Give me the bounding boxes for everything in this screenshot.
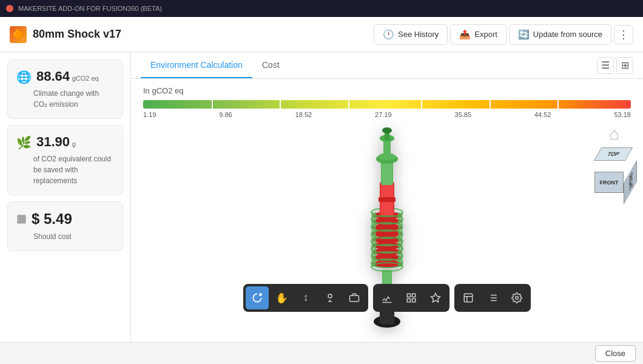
grid-view-button[interactable]: ⊞: [616, 57, 633, 74]
co2-card: 🌐 88.64 gCO2 eq Climate change with CO₂ …: [7, 59, 123, 119]
content-area: Environment Calculation Cost ☰ ⊞ In gCO2…: [131, 52, 643, 342]
co2-card-header: 🌐 88.64 gCO2 eq: [16, 69, 114, 84]
more-options-button[interactable]: ⋮: [614, 25, 633, 44]
scale-val-5: 35.85: [455, 111, 472, 118]
update-from-source-button[interactable]: 🔄 Update from source: [509, 24, 611, 45]
see-history-button[interactable]: 🕐 See History: [374, 24, 448, 45]
footer: Close: [0, 342, 643, 364]
co2-value: 88.64: [36, 69, 70, 84]
fit-tool-button[interactable]: [318, 286, 342, 309]
floating-toolbars: ✋ ↕: [243, 284, 531, 312]
home-icon[interactable]: ⌂: [591, 124, 637, 144]
navigation-toolbar: ✋ ↕: [243, 284, 368, 312]
savings-card: 🌿 31.90 g of CO2 equivalent could be sav…: [7, 125, 123, 195]
cost-description: Should cost: [33, 231, 114, 242]
scale-val-6: 44.52: [534, 111, 551, 118]
scale-val-1: 1.19: [143, 111, 156, 118]
zoom-tool-button[interactable]: ↕: [294, 286, 317, 309]
tab-cost[interactable]: Cost: [252, 53, 289, 78]
savings-description: of CO2 equivalent could be saved with re…: [33, 153, 114, 186]
layout-tool-button[interactable]: [457, 286, 480, 309]
scale-label: In gCO2 eq: [143, 86, 631, 95]
tabs: Environment Calculation Cost ☰ ⊞: [131, 52, 643, 79]
svg-rect-28: [379, 197, 396, 202]
settings-toolbar: [454, 284, 531, 312]
scale-val-7: 53.18: [614, 111, 631, 118]
globe-icon: 🌐: [16, 70, 32, 84]
gear-tool-button[interactable]: [505, 286, 528, 309]
main-content: 🌐 88.64 gCO2 eq Climate change with CO₂ …: [0, 52, 643, 342]
co2-description: Climate change with CO₂ emission: [33, 88, 114, 110]
view-cube[interactable]: ⌂ TOP FRONT RIGHT: [591, 124, 637, 193]
rotate-tool-button[interactable]: [246, 286, 269, 309]
camera-tool-button[interactable]: [343, 286, 366, 309]
svg-point-37: [328, 294, 332, 298]
savings-card-header: 🌿 31.90 g: [16, 134, 114, 150]
svg-rect-42: [407, 299, 410, 302]
logo-icon: 🔶: [10, 26, 27, 43]
update-icon: 🔄: [518, 29, 530, 40]
co2-unit: gCO2 eq: [72, 75, 99, 82]
pan-tool-button[interactable]: ✋: [270, 286, 293, 309]
svg-rect-38: [350, 295, 359, 302]
cost-icon: ▦: [16, 212, 27, 225]
close-button[interactable]: Close: [595, 345, 636, 362]
list-view-button[interactable]: ☰: [597, 57, 614, 74]
material-tool-button[interactable]: [424, 286, 447, 309]
svg-rect-45: [464, 294, 473, 302]
svg-rect-41: [412, 294, 416, 297]
measure-toolbar: [373, 284, 449, 312]
svg-rect-40: [407, 294, 410, 297]
history-icon: 🕐: [383, 29, 394, 40]
scale-val-4: 27.19: [375, 111, 392, 118]
export-icon: 📤: [459, 29, 471, 40]
sidebar: 🌐 88.64 gCO2 eq Climate change with CO₂ …: [0, 52, 131, 342]
svg-point-54: [516, 297, 519, 300]
savings-value: 31.90: [36, 134, 70, 149]
page-title: 80mm Shock v17: [33, 28, 374, 41]
color-gradient-bar: [143, 100, 631, 109]
window-close-dot[interactable]: [6, 5, 13, 12]
measure-tool-button[interactable]: [375, 286, 399, 309]
export-button[interactable]: 📤 Export: [450, 24, 507, 45]
svg-rect-30: [382, 161, 392, 185]
scale-val-3: 18.52: [295, 111, 312, 118]
bom-tool-button[interactable]: [481, 286, 504, 309]
explode-tool-button[interactable]: [400, 286, 423, 309]
cube-right-face: RIGHT: [624, 160, 637, 204]
tab-environment-calculation[interactable]: Environment Calculation: [141, 53, 252, 78]
cube-top-face: TOP: [594, 147, 633, 161]
savings-unit: g: [72, 140, 76, 147]
titlebar-label: MAKERSITE ADD-ON FOR FUSION360 (BETA): [18, 5, 162, 12]
svg-marker-44: [431, 294, 440, 302]
svg-point-36: [382, 127, 392, 133]
scale-val-2: 9.86: [219, 111, 232, 118]
cost-value: $ 5.49: [32, 211, 72, 228]
3d-viewport[interactable]: ⌂ TOP FRONT RIGHT: [131, 118, 643, 342]
3d-cube[interactable]: TOP FRONT RIGHT: [591, 147, 637, 193]
view-toggle-group: ☰ ⊞: [597, 57, 633, 74]
scale-numbers: 1.19 9.86 18.52 27.19 35.85 44.52 53.18: [143, 111, 631, 118]
titlebar: MAKERSITE ADD-ON FOR FUSION360 (BETA): [0, 0, 643, 17]
scale-area: In gCO2 eq 1.19 9.86 18.52 27.19 35.85 4…: [131, 79, 643, 118]
cost-card: ▦ $ 5.49 Should cost: [7, 201, 123, 251]
header: 🔶 80mm Shock v17 🕐 See History 📤 Export …: [0, 17, 643, 52]
header-actions: 🕐 See History 📤 Export 🔄 Update from sou…: [374, 24, 633, 45]
cube-front-face: FRONT: [594, 172, 624, 193]
svg-rect-33: [383, 140, 391, 158]
cost-card-header: ▦ $ 5.49: [16, 211, 114, 228]
leaf-icon: 🌿: [16, 135, 32, 150]
svg-rect-43: [412, 299, 416, 302]
